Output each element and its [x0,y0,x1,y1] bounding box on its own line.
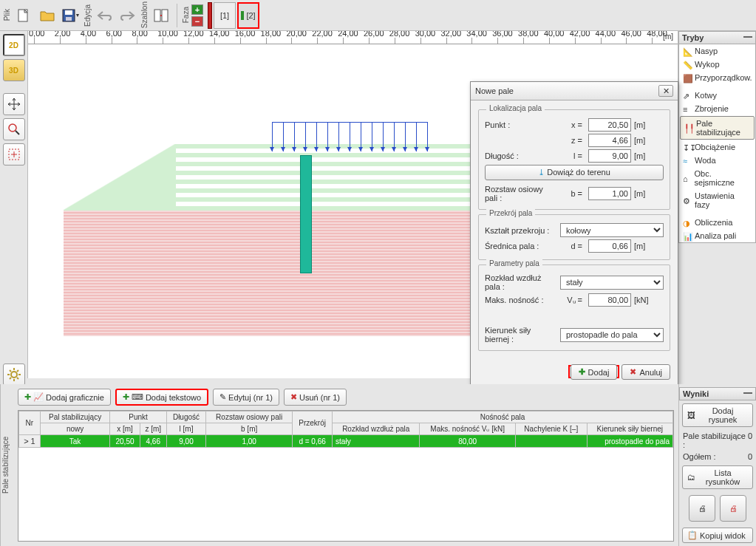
close-icon[interactable]: ✕ [658,85,673,97]
ruler-unit: [m] [663,33,673,41]
mode-wykop[interactable]: 📏Wykop [679,58,755,71]
kopiuj-widok-button[interactable]: 📋 Kopiuj widok [682,528,753,543]
svg-rect-3 [66,17,72,21]
print-bw-button[interactable]: 🖨 [689,495,715,522]
phase-1-button[interactable]: [1] [214,2,236,29]
svg-point-6 [9,124,16,132]
dowiaz-button[interactable]: ⤓ Dowiąż do terenu [485,165,664,180]
save-button[interactable]: ▼ [60,4,82,27]
phase-add-remove: + − [191,4,203,27]
open-file-button[interactable] [36,4,58,27]
settings-gear-button[interactable] [3,364,25,386]
mode-woda[interactable]: ≈Woda [679,154,755,167]
ruler-top: 0,002,004,006,008,0010,0012,0014,0016,00… [28,31,678,44]
rozklad-select[interactable]: stały [560,276,664,290]
modes-list: 📐Nasyp 📏Wykop 🟫Przyporządkow. ⇗Kotwy ≡Zb… [678,44,756,243]
move-tool-button[interactable] [3,93,25,115]
menu-faza-label: Faza [182,4,190,26]
dodaj-rysunek-button[interactable]: 🖼 Dodaj rysunek [682,403,753,427]
view-3d-button[interactable]: 3D [3,59,25,81]
select-region-button[interactable] [3,143,25,165]
menu-szablon-label: Szablon [140,0,149,32]
ksztalt-select[interactable]: kołowy [560,223,664,237]
vu-input[interactable] [588,293,631,307]
phase-add-button[interactable]: + [191,4,203,15]
svg-point-8 [11,372,17,378]
zoom-tool-button[interactable] [3,118,25,140]
z-input[interactable] [588,134,631,147]
phase-marker [208,2,212,29]
right-panel: Tryby 📐Nasyp 📏Wykop 🟫Przyporządkow. ⇗Kot… [678,31,756,378]
main-toolbar: Plik ▼ Edycja Szablon Faza + − [1] [2] [0,0,756,31]
edytuj-button[interactable]: ✎ Edytuj (nr 1) [213,389,279,406]
anuluj-button[interactable]: ✖Anuluj [622,364,670,380]
bottom-toolbar: ✚📈 Dodaj graficznie ✚⌨ Dodaj tekstowo ✎ … [18,389,674,406]
svg-rect-4 [154,10,160,21]
menu-edycja-label: Edycja [84,1,92,30]
print-color-button[interactable]: 🖨 [720,495,746,522]
pile-table[interactable]: Nr Pal stabilizujący Punkt Długość Rozst… [18,410,674,542]
phase-remove-button[interactable]: − [191,16,203,27]
redo-button[interactable] [117,4,139,27]
lista-rysunkow-button[interactable]: 🗂 Lista rysunków [682,465,753,489]
dodaj-graficznie-button[interactable]: ✚📈 Dodaj graficznie [18,389,111,406]
kierunek-select[interactable]: prostopadle do pala [560,328,664,342]
minimize-icon[interactable] [743,36,752,39]
distributed-load [272,122,427,155]
x-input[interactable] [588,118,631,132]
mode-ustawienia-fazy[interactable]: ⚙Ustawienia fazy [679,189,755,211]
table-row[interactable]: > 1 Tak 20,50 4,66 9,00 1,00 d = 0,66 st… [19,435,673,448]
template-button[interactable] [150,4,172,27]
l-input[interactable] [588,149,631,163]
mode-analiza-pali[interactable]: 📊Analiza pali [679,229,755,242]
results-panel: Wyniki 🖼 Dodaj rysunek Pale stabilizując… [678,384,756,546]
slope-surface [64,144,176,211]
results-header: Wyniki [679,387,756,400]
mode-sejsmiczne[interactable]: ⌂Obc. sejsmiczne [679,167,755,189]
mode-pale-stabilizujace[interactable]: ╿╿Pale stabilizujące [680,116,755,140]
dialog-titlebar[interactable]: Nowe pale✕ [471,82,678,100]
dodaj-button[interactable]: ✚Dodaj [571,364,618,380]
svg-rect-2 [65,10,72,15]
dialog-title: Nowe pale [475,86,514,95]
left-toolbar: 2D 3D [0,31,28,378]
svg-rect-5 [162,10,168,21]
bottom-side-label: Pale stabilizujące [0,384,13,546]
b-input[interactable] [588,187,631,200]
new-file-button[interactable] [13,4,35,27]
mode-przyporzadkow[interactable]: 🟫Przyporządkow. [679,71,755,84]
mode-zbrojenie[interactable]: ≡Zbrojenie [679,102,755,115]
dodaj-tekstowo-button[interactable]: ✚⌨ Dodaj tekstowo [115,389,208,406]
mode-obliczenia[interactable]: ◑Obliczenia [679,216,755,229]
mode-kotwy[interactable]: ⇗Kotwy [679,89,755,102]
bottom-panel: Pale stabilizujące ✚📈 Dodaj graficznie ✚… [0,384,756,546]
separator [177,4,177,27]
undo-button[interactable] [93,4,115,27]
mode-nasyp[interactable]: 📐Nasyp [679,44,755,58]
nowe-pale-dialog: Nowe pale✕ Lokalizacja pala Punkt :x =[m… [470,81,678,385]
minimize-icon[interactable] [743,392,752,395]
phase-2-button[interactable]: [2] [237,2,259,29]
usun-button[interactable]: ✖ Usuń (nr 1) [284,389,347,406]
pile-element[interactable] [300,155,312,273]
modes-header: Tryby [678,31,756,44]
view-2d-button[interactable]: 2D [3,34,25,56]
menu-plik-label: Plik [3,6,11,24]
d-input[interactable] [588,239,631,253]
mode-obciazenie[interactable]: ↧↧Obciążenie [679,140,755,154]
